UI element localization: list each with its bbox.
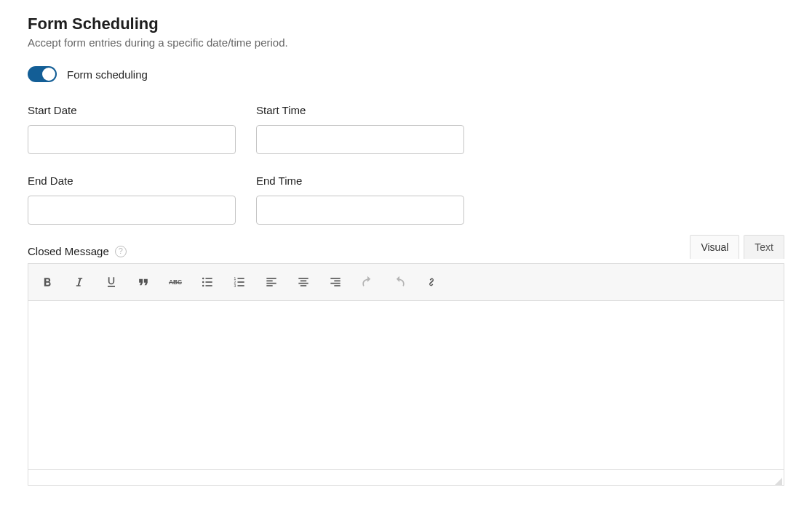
svg-rect-13	[266, 278, 276, 279]
undo-icon[interactable]	[359, 273, 376, 291]
svg-rect-17	[298, 278, 308, 279]
svg-rect-18	[300, 281, 306, 282]
end-row: End Date End Time	[28, 174, 784, 225]
help-icon[interactable]: ?	[115, 246, 127, 257]
align-left-icon[interactable]	[263, 273, 280, 291]
tab-visual[interactable]: Visual	[690, 235, 739, 259]
start-date-label: Start Date	[28, 104, 236, 116]
closed-message-header: Closed Message ?	[28, 245, 784, 257]
toggle-label: Form scheduling	[67, 68, 148, 81]
svg-rect-21	[330, 278, 340, 279]
svg-point-1	[202, 278, 204, 280]
bullet-list-icon[interactable]	[199, 273, 216, 291]
redo-icon[interactable]	[391, 273, 408, 291]
svg-rect-8	[238, 278, 244, 279]
page-title: Form Scheduling	[28, 15, 784, 33]
align-center-icon[interactable]	[295, 273, 312, 291]
quote-icon[interactable]	[135, 273, 152, 291]
svg-text:ABC: ABC	[169, 278, 182, 286]
strike-icon[interactable]: ABC	[167, 273, 184, 291]
end-date-input[interactable]	[28, 196, 236, 225]
editor-wrap: Visual Text ABC 123	[28, 263, 784, 486]
svg-text:3: 3	[234, 284, 236, 288]
start-row: Start Date Start Time	[28, 104, 784, 154]
svg-rect-16	[266, 285, 272, 286]
toggle-knob	[42, 68, 55, 81]
end-time-label: End Time	[256, 174, 464, 187]
svg-rect-10	[238, 281, 244, 283]
underline-icon[interactable]	[103, 273, 120, 291]
bold-icon[interactable]	[39, 273, 56, 291]
svg-rect-22	[334, 281, 340, 282]
start-time-label: Start Time	[256, 104, 464, 116]
link-icon[interactable]	[423, 273, 440, 291]
form-scheduling-toggle[interactable]	[28, 66, 57, 82]
toggle-row: Form scheduling	[28, 66, 784, 82]
svg-rect-4	[206, 281, 212, 283]
svg-rect-2	[206, 278, 212, 279]
closed-message-label: Closed Message	[28, 245, 109, 257]
svg-rect-19	[298, 283, 308, 284]
editor-tabs: Visual Text	[690, 235, 784, 259]
svg-rect-24	[334, 285, 340, 286]
svg-rect-15	[266, 283, 276, 284]
svg-rect-20	[300, 285, 306, 286]
page-subtitle: Accept form entries during a specific da…	[28, 36, 784, 49]
resize-handle[interactable]	[773, 476, 782, 485]
editor-toolbar: ABC 123	[28, 263, 784, 301]
end-time-input[interactable]	[256, 196, 464, 225]
end-date-label: End Date	[28, 174, 236, 187]
svg-rect-14	[266, 281, 272, 282]
number-list-icon[interactable]: 123	[231, 273, 248, 291]
svg-point-5	[202, 285, 204, 287]
svg-rect-6	[206, 285, 212, 286]
align-right-icon[interactable]	[327, 273, 344, 291]
svg-rect-23	[330, 283, 340, 284]
start-time-input[interactable]	[256, 125, 464, 154]
svg-rect-12	[238, 285, 244, 286]
svg-point-3	[202, 281, 204, 284]
tab-text[interactable]: Text	[744, 235, 784, 259]
editor-statusbar	[28, 470, 784, 486]
italic-icon[interactable]	[71, 273, 88, 291]
start-date-input[interactable]	[28, 125, 236, 154]
editor-textarea[interactable]	[28, 301, 784, 470]
